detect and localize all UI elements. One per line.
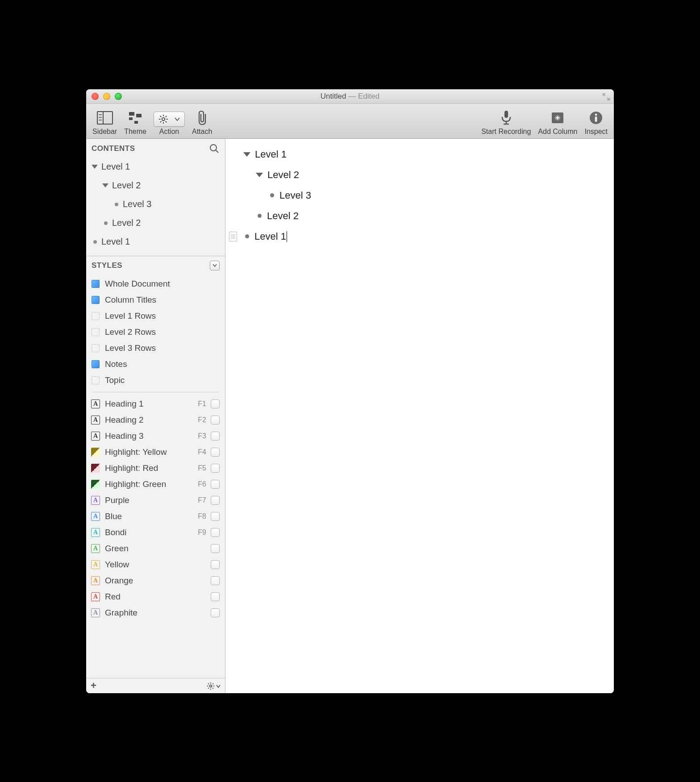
outline-row[interactable]: Level 3 [225,185,614,206]
contents-item-label: Level 1 [101,237,130,247]
theme-button[interactable]: Theme [121,104,150,138]
style-highlight-icon [91,463,100,473]
style-item-heading-2[interactable]: AHeading 2F2 [86,412,225,428]
svg-line-15 [166,121,167,122]
contents-list: Level 1 Level 2 Level 3 Level 2 Level 1 [86,158,225,256]
outline-text[interactable]: Level 1 [254,231,286,242]
style-checkbox[interactable] [211,560,220,569]
style-swatch-icon [91,279,100,289]
style-checkbox[interactable] [211,512,220,521]
text-cursor [287,231,288,242]
style-checkbox[interactable] [211,432,220,441]
add-column-button[interactable]: Add Column [534,104,581,138]
style-checkbox[interactable] [211,592,220,601]
contents-item[interactable]: Level 1 [86,158,225,176]
style-letter-icon: A [91,415,100,425]
contents-item[interactable]: Level 2 [86,176,225,195]
style-item-green[interactable]: AGreen [86,541,225,557]
zoom-icon[interactable] [115,93,122,100]
style-checkbox[interactable] [211,608,220,617]
minimize-icon[interactable] [103,93,110,100]
search-icon[interactable] [209,143,220,154]
style-checkbox[interactable] [211,464,220,473]
svg-rect-18 [504,111,508,118]
style-shortcut: F5 [194,464,206,472]
style-item-highlight-yellow[interactable]: Highlight: YellowF4 [86,444,225,460]
disclosure-triangle-icon[interactable] [243,152,250,157]
outline-text[interactable]: Level 2 [267,210,299,222]
style-label: Level 1 Rows [105,311,220,321]
inspect-button[interactable]: Inspect [581,104,611,138]
style-checkbox[interactable] [211,416,220,424]
disclosure-triangle-icon[interactable] [256,173,263,177]
style-checkbox[interactable] [211,544,220,553]
contents-item[interactable]: Level 1 [86,233,225,251]
style-label: Purple [105,495,189,505]
style-letter-icon: A [91,560,100,570]
style-item-column-titles[interactable]: Column Titles [86,292,225,308]
style-letter-icon: A [91,608,100,618]
style-checkbox[interactable] [211,576,220,585]
start-recording-button[interactable]: Start Recording [478,104,534,138]
style-item-highlight-green[interactable]: Highlight: GreenF6 [86,476,225,492]
style-item-topic[interactable]: Topic [86,372,225,388]
svg-point-30 [210,685,212,687]
outline-text[interactable]: Level 2 [267,169,299,181]
style-item-heading-1[interactable]: AHeading 1F1 [86,396,225,412]
disclosure-triangle-icon[interactable] [102,183,108,187]
row-handle-icon[interactable] [229,232,237,241]
sidebar-button[interactable]: Sidebar [89,104,121,138]
action-button[interactable]: Action [150,104,188,138]
style-checkbox[interactable] [211,399,220,408]
contents-item-label: Level 3 [123,199,152,209]
style-label: Column Titles [105,295,220,305]
style-item-bondi[interactable]: ABondiF9 [86,524,225,541]
svg-line-38 [212,683,213,684]
style-item-notes[interactable]: Notes [86,356,225,372]
style-letter-icon: A [91,592,100,602]
style-item-red[interactable]: ARed [86,589,225,605]
contents-item[interactable]: Level 2 [86,214,225,233]
style-item-highlight-red[interactable]: Highlight: RedF5 [86,460,225,476]
outline-row[interactable]: Level 1 [225,144,614,165]
style-item-purple[interactable]: APurpleF7 [86,492,225,508]
style-checkbox[interactable] [211,528,220,537]
style-checkbox[interactable] [211,480,220,489]
contents-item[interactable]: Level 3 [86,195,225,214]
svg-line-29 [216,150,219,153]
style-item-yellow[interactable]: AYellow [86,557,225,573]
outline-row-active[interactable]: Level 1 [225,226,614,247]
contents-item-label: Level 1 [101,162,130,172]
style-item-level1-rows[interactable]: Level 1 Rows [86,308,225,324]
outline-text[interactable]: Level 1 [255,149,287,160]
fullscreen-icon[interactable] [602,93,610,101]
info-icon [587,109,605,127]
style-item-heading-3[interactable]: AHeading 3F3 [86,428,225,444]
outline-row[interactable]: Level 2 [225,165,614,185]
style-swatch-icon [91,327,100,337]
add-style-button[interactable]: + [91,680,96,691]
style-letter-icon: A [91,399,100,409]
inspect-label: Inspect [584,128,608,136]
style-checkbox[interactable] [211,448,220,457]
close-icon[interactable] [92,93,99,100]
style-label: Highlight: Red [105,463,189,473]
style-item-whole-document[interactable]: Whole Document [86,276,225,292]
style-item-level2-rows[interactable]: Level 2 Rows [86,324,225,340]
bullet-icon [104,221,108,225]
styles-dropdown-button[interactable] [210,261,220,270]
style-item-blue[interactable]: ABlueF8 [86,508,225,524]
outline-row[interactable]: Level 2 [225,206,614,226]
outline-text[interactable]: Level 3 [279,190,311,201]
style-item-orange[interactable]: AOrange [86,573,225,589]
attach-button[interactable]: Attach [188,104,216,138]
disclosure-triangle-icon[interactable] [92,165,98,169]
style-gear-button[interactable] [206,680,221,691]
paperclip-icon [193,109,211,127]
style-item-graphite[interactable]: AGraphite [86,605,225,621]
style-checkbox[interactable] [211,496,220,505]
titlebar[interactable]: Untitled — Edited [86,89,614,104]
style-item-level3-rows[interactable]: Level 3 Rows [86,340,225,356]
style-label: Heading 3 [105,431,189,441]
outline-editor[interactable]: Level 1 Level 2 Level 3 Level 2 Level 1 [225,139,614,693]
